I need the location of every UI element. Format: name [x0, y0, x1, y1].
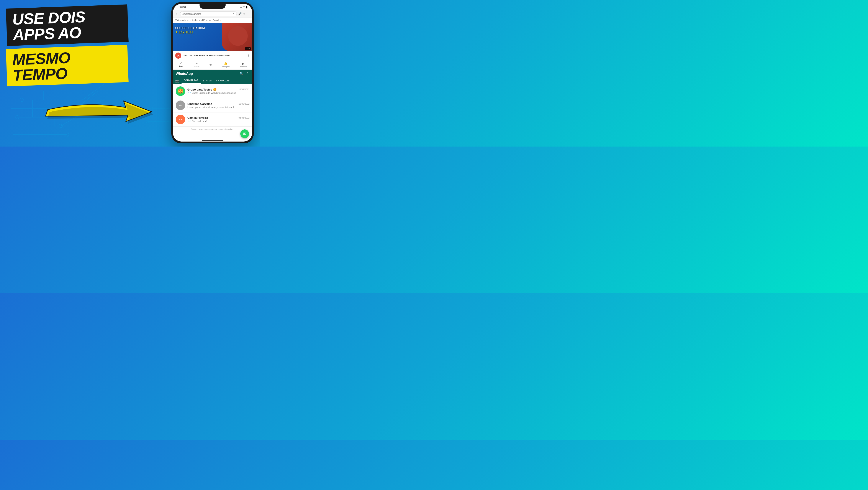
chat-time-camila: 03/05/2022 — [239, 117, 249, 119]
youtube-nav-subscriptions[interactable]: 🔔 Inscrições — [222, 62, 230, 68]
chat-content-emerson: Emerson Carvalho 12/09/2022 Lorem ipsum … — [187, 102, 249, 109]
chat-preview-grupo: ✓✓ Você: Criação de Web Sites Responsivo… — [187, 92, 249, 94]
title-line1-box: USE DOIS APPS AO — [6, 4, 129, 46]
youtube-nav-subscriptions-label: Inscrições — [222, 66, 230, 68]
thumbnail-head — [228, 26, 248, 46]
whatsapp-tab-chamadas[interactable]: CHAMADAS — [214, 78, 231, 84]
microphone-icon[interactable]: 🎤 — [238, 12, 242, 16]
phone-screen: 13:43 ▲ ▼ ▊ ← emerson carvalho ✕ 🎤 ⊡ ⋮ — [173, 4, 252, 142]
whatsapp-header-icons: 🔍 ⋮ — [240, 71, 249, 76]
youtube-channel-label: Vídeo mais recente do canal Emerson Carv… — [175, 19, 223, 22]
youtube-thumbnail[interactable]: SEU CELULAR COM + ESTILO 2:19 — [173, 23, 252, 51]
chat-name-row-emerson: Emerson Carvalho 12/09/2022 — [187, 102, 249, 106]
chat-name-emerson: Emerson Carvalho — [187, 102, 212, 106]
chat-name-grupo: Grupo para Testes 🤩 — [187, 88, 216, 91]
phone-notch — [199, 4, 225, 9]
chat-time-emerson: 12/09/2022 — [239, 103, 249, 105]
chat-item-camila[interactable]: CF Camila Ferreira 03/05/2022 ✓✓ Sim pod… — [173, 112, 252, 126]
title-section: USE DOIS APPS AO MESMO TEMPO — [6, 6, 128, 84]
arrow-decoration — [43, 88, 156, 127]
whatsapp-more-icon[interactable]: ⋮ — [246, 71, 249, 76]
phone-mockup: 13:43 ▲ ▼ ▊ ← emerson carvalho ✕ 🎤 ⊡ ⋮ — [172, 2, 254, 143]
thumbnail-text: SEU CELULAR COM + ESTILO — [175, 26, 205, 34]
browser-action-icons: 🎤 ⊡ ⋮ — [238, 12, 250, 16]
browser-url-bar[interactable]: emerson carvalho ✕ — [180, 11, 237, 16]
browser-back-button[interactable]: ← — [175, 12, 179, 16]
browser-clear-icon[interactable]: ✕ — [232, 12, 235, 15]
chat-avatar-grupo: 🤩 — [176, 86, 185, 96]
title-line2-box: MESMO TEMPO — [6, 45, 129, 86]
chat-item-emerson[interactable]: EC Emerson Carvalho 12/09/2022 Lorem ips… — [173, 98, 252, 112]
whatsapp-chat-list: 🤩 Grupo para Testes 🤩 13/09/2022 ✓✓ Você… — [173, 84, 252, 132]
youtube-video-title: Como COLOCAR PAPEL de PAREDE ANIMADO no — [183, 54, 246, 57]
phone-frame: 13:43 ▲ ▼ ▊ ← emerson carvalho ✕ 🎤 ⊡ ⋮ — [172, 2, 254, 143]
youtube-nav-library[interactable]: ▶ Biblioteca — [240, 62, 247, 68]
whatsapp-tip: Toque e segure uma conversa para mais op… — [173, 126, 252, 132]
chat-name-row-grupo: Grupo para Testes 🤩 13/09/2022 — [187, 88, 249, 91]
compose-icon: ✉ — [243, 131, 246, 136]
youtube-more-icon[interactable]: ⋮ — [247, 54, 250, 57]
browser-url-text: emerson carvalho — [182, 12, 201, 15]
youtube-nav-shorts-label: Shorts — [194, 66, 199, 68]
youtube-video-info[interactable]: EC Como COLOCAR PAPEL de PAREDE ANIMADO … — [173, 51, 252, 60]
chat-name-camila: Camila Ferreira — [187, 116, 208, 119]
status-time: 13:43 — [180, 6, 186, 8]
subscriptions-icon: 🔔 — [224, 62, 227, 65]
chat-content-camila: Camila Ferreira 03/05/2022 ✓✓ Sim pode s… — [187, 116, 249, 123]
thumbnail-line1: SEU CELULAR COM — [175, 26, 205, 30]
chat-avatar-emerson: EC — [176, 100, 185, 110]
whatsapp-tab-status[interactable]: STATUS — [200, 78, 214, 84]
shorts-icon: ✂ — [196, 62, 198, 65]
home-indicator — [202, 140, 223, 141]
whatsapp-header: WhatsApp 🔍 ⋮ — [173, 70, 252, 78]
chat-avatar-camila: CF — [176, 115, 185, 124]
youtube-nav-library-label: Biblioteca — [240, 66, 247, 68]
library-icon: ▶ — [242, 62, 244, 65]
whatsapp-tabs: 📷 CONVERSAS STATUS CHAMADAS — [173, 78, 252, 84]
youtube-nav-shorts[interactable]: ✂ Shorts — [194, 62, 199, 68]
chat-preview-camila: ✓✓ Sim pode ser! — [187, 120, 249, 123]
youtube-nav-bar: ⌂ Início ✂ Shorts ⊕ 🔔 Inscrições ▶ — [173, 60, 252, 70]
title-line1: USE DOIS APPS AO — [12, 8, 86, 44]
youtube-nav-create[interactable]: ⊕ — [209, 63, 212, 67]
signal-icon: ▲ — [240, 6, 242, 8]
create-icon: ⊕ — [209, 63, 212, 66]
youtube-channel-header: Vídeo mais recente do canal Emerson Carv… — [173, 18, 252, 23]
wifi-icon: ▼ — [243, 6, 245, 8]
chat-preview-emerson: Lorem ipsum dolor sit amet, consectetur … — [187, 106, 249, 109]
chat-name-row-camila: Camila Ferreira 03/05/2022 — [187, 116, 249, 119]
cast-icon[interactable]: ⊡ — [243, 12, 245, 16]
whatsapp-tab-conversas[interactable]: CONVERSAS — [182, 78, 200, 84]
whatsapp-search-icon[interactable]: 🔍 — [240, 71, 244, 76]
chat-content-grupo: Grupo para Testes 🤩 13/09/2022 ✓✓ Você: … — [187, 88, 249, 94]
youtube-channel-avatar: EC — [175, 53, 181, 59]
camera-icon[interactable]: 📷 — [175, 79, 179, 83]
youtube-nav-home[interactable]: ⌂ Início — [178, 61, 185, 68]
title-line2: MESMO TEMPO — [12, 49, 71, 84]
video-duration: 2:19 — [245, 47, 251, 50]
status-icons: ▲ ▼ ▊ — [240, 6, 248, 8]
battery-icon: ▊ — [246, 6, 248, 8]
browser-bar[interactable]: ← emerson carvalho ✕ 🎤 ⊡ ⋮ — [173, 10, 252, 18]
thumbnail-line2: + ESTILO — [175, 30, 205, 35]
home-icon: ⌂ — [181, 61, 182, 65]
whatsapp-fab[interactable]: ✉ — [240, 129, 249, 138]
youtube-nav-home-label: Início — [179, 65, 183, 67]
chat-time-grupo: 13/09/2022 — [239, 88, 249, 91]
more-options-icon[interactable]: ⋮ — [247, 12, 250, 16]
active-tab-indicator — [178, 68, 185, 68]
chat-item-grupo[interactable]: 🤩 Grupo para Testes 🤩 13/09/2022 ✓✓ Você… — [173, 84, 252, 98]
whatsapp-title: WhatsApp — [176, 72, 193, 76]
